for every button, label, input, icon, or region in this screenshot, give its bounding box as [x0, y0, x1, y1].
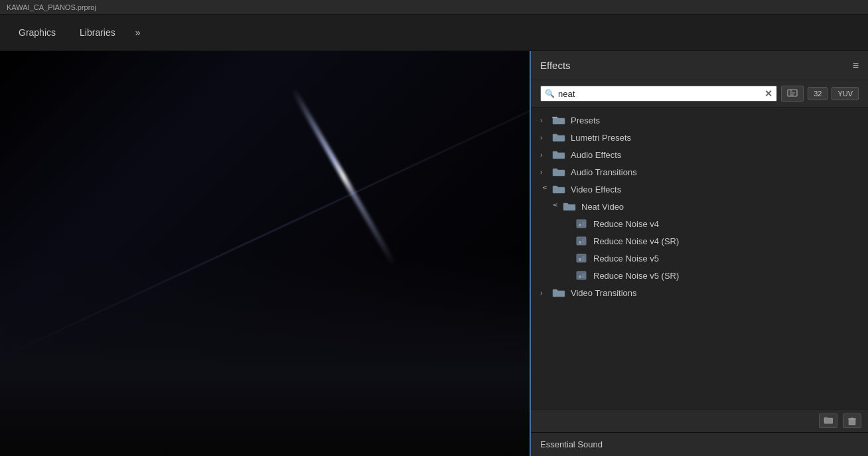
effect-icon-reduce-noise-v5-sr: [576, 270, 588, 281]
title-bar: KAWAI_CA_PIANOS.prproj: [0, 0, 868, 15]
essential-sound-label: Essential Sound: [540, 439, 603, 449]
svg-rect-6: [849, 419, 855, 425]
label-reduce-noise-v4-sr: Reduce Noise v4 (SR): [593, 236, 679, 246]
new-folder-btn[interactable]: [819, 414, 837, 428]
effects-bottom-toolbar: [531, 409, 868, 432]
tree-item-lumetri[interactable]: › Lumetri Presets: [531, 129, 868, 146]
delete-btn[interactable]: [843, 414, 861, 428]
label-presets: Presets: [571, 115, 600, 125]
label-reduce-noise-v4: Reduce Noise v4: [593, 219, 659, 229]
search-input[interactable]: [558, 89, 761, 99]
effect-icon-reduce-noise-v5: [576, 253, 588, 264]
tree-item-video-effects[interactable]: ∨ Video Effects: [531, 181, 868, 198]
folder-icon-presets: [552, 115, 565, 125]
folder-icon-audio-effects: [552, 149, 565, 160]
tree-item-audio-transitions[interactable]: › Audio Transitions: [531, 163, 868, 181]
tree-item-audio-effects[interactable]: › Audio Effects: [531, 146, 868, 163]
folder-icon-video-transitions: [552, 287, 565, 298]
label-neat-video: Neat Video: [581, 202, 624, 212]
effects-panel: Effects ≡ 🔍 ✕ 32 YUV › Pres: [530, 51, 868, 456]
folder-icon-lumetri: [552, 132, 565, 143]
label-reduce-noise-v5: Reduce Noise v5: [593, 254, 659, 264]
search-bar: 🔍 ✕ 32 YUV: [531, 80, 868, 108]
label-reduce-noise-v5-sr: Reduce Noise v5 (SR): [593, 271, 679, 281]
main-area: Effects ≡ 🔍 ✕ 32 YUV › Pres: [0, 51, 868, 456]
video-preview: [0, 51, 530, 456]
32bit-btn[interactable]: 32: [808, 87, 828, 100]
folder-icon-video-effects: [552, 184, 565, 194]
preview-area: [0, 51, 530, 456]
label-video-effects: Video Effects: [571, 185, 621, 194]
folder-icon-neat-video: [563, 201, 576, 212]
arrow-audio-transitions: ›: [540, 169, 549, 176]
tree-item-neat-video[interactable]: ∨ Neat Video: [531, 198, 868, 215]
effects-tree: › Presets › Lumetri Presets ›: [531, 108, 868, 409]
search-clear-btn[interactable]: ✕: [764, 88, 772, 99]
effects-menu-icon[interactable]: ≡: [853, 60, 859, 72]
arrow-lumetri: ›: [540, 134, 549, 141]
tree-item-video-transitions[interactable]: › Video Transitions: [531, 284, 868, 301]
dark-overlay: [0, 254, 530, 456]
tree-item-reduce-noise-v5-sr[interactable]: Reduce Noise v5 (SR): [531, 267, 868, 284]
arrow-audio-effects: ›: [540, 151, 549, 159]
effect-icon-reduce-noise-v4: [576, 218, 588, 229]
search-input-wrapper: 🔍 ✕: [540, 86, 777, 102]
menu-more-btn[interactable]: »: [127, 22, 149, 43]
menu-bar: Graphics Libraries »: [0, 15, 868, 51]
effects-title: Effects: [540, 60, 571, 71]
label-audio-effects: Audio Effects: [571, 150, 621, 160]
accelerated-effects-btn[interactable]: [781, 86, 804, 102]
menu-item-libraries[interactable]: Libraries: [68, 22, 127, 43]
label-lumetri: Lumetri Presets: [571, 133, 631, 143]
svg-rect-1: [552, 117, 557, 118]
label-video-transitions: Video Transitions: [571, 288, 637, 298]
arrow-video-effects: ∨: [542, 185, 549, 194]
label-audio-transitions: Audio Transitions: [571, 167, 637, 177]
tree-item-reduce-noise-v5[interactable]: Reduce Noise v5: [531, 250, 868, 267]
essential-sound-bar[interactable]: Essential Sound: [531, 432, 868, 456]
arrow-neat-video: ∨: [552, 202, 559, 211]
tree-item-reduce-noise-v4[interactable]: Reduce Noise v4: [531, 215, 868, 232]
folder-icon-audio-transitions: [552, 167, 565, 177]
effect-icon-reduce-noise-v4-sr: [576, 236, 588, 246]
tree-item-presets[interactable]: › Presets: [531, 112, 868, 129]
yuv-btn[interactable]: YUV: [832, 87, 859, 100]
menu-item-graphics[interactable]: Graphics: [7, 22, 68, 43]
arrow-video-transitions: ›: [540, 289, 549, 297]
search-icon: 🔍: [545, 89, 555, 98]
arrow-presets: ›: [540, 117, 549, 124]
tree-item-reduce-noise-v4-sr[interactable]: Reduce Noise v4 (SR): [531, 232, 868, 250]
effects-header: Effects ≡: [531, 51, 868, 80]
title-bar-text: KAWAI_CA_PIANOS.prproj: [7, 3, 96, 11]
